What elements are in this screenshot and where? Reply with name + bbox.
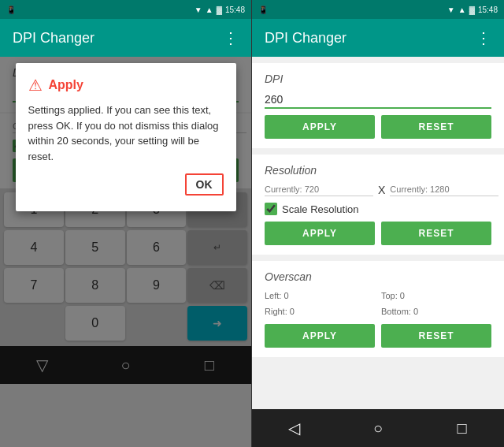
right-time: 15:48 <box>478 6 498 14</box>
right-battery-icon: ▓ <box>469 6 475 14</box>
right-status-right: ▼ ▲ ▓ 15:48 <box>447 6 498 14</box>
right-res-inputs: X <box>265 183 491 196</box>
dialog-warning-icon: ⚠ <box>28 76 43 95</box>
right-dpi-input[interactable] <box>265 91 491 109</box>
right-wifi-icon: ▼ <box>447 6 455 14</box>
right-content: DPI APPLY RESET Resolution X Scale Resol… <box>252 57 504 409</box>
right-app-title: DPI Changer <box>265 30 346 47</box>
right-overscan-label: Overscan <box>265 270 491 283</box>
right-height-input[interactable] <box>390 183 498 196</box>
left-menu-button[interactable]: ⋮ <box>223 28 239 47</box>
right-nav-bar: ◁ ○ □ <box>252 409 504 447</box>
right-status-bar: 📱 ▼ ▲ ▓ 15:48 <box>252 0 504 19</box>
right-width-input[interactable] <box>265 183 373 196</box>
right-x-label: X <box>378 184 385 196</box>
right-res-reset[interactable]: RESET <box>381 222 491 245</box>
right-dpi-label: DPI <box>265 73 491 85</box>
right-resolution-section: Resolution X Scale Resolution APPLY RESE… <box>252 155 504 255</box>
left-status-icons: 📱 <box>6 6 16 14</box>
dialog-footer: OK <box>28 173 224 199</box>
right-dpi-section: DPI APPLY RESET <box>252 63 504 148</box>
right-dpi-apply[interactable]: APPLY <box>265 115 375 139</box>
right-res-btn-row: APPLY RESET <box>265 222 491 245</box>
dialog-message: Settings applied. If you can see this te… <box>28 102 224 164</box>
right-dpi-btn-row: APPLY RESET <box>265 115 491 139</box>
left-signal-icon: ▲ <box>206 6 213 14</box>
right-panel: 📱 ▼ ▲ ▓ 15:48 DPI Changer ⋮ DPI APPLY RE… <box>252 0 504 447</box>
right-signal-icon: ▲ <box>458 6 466 14</box>
left-app-title: DPI Changer <box>13 30 94 47</box>
right-scale-label: Scale Resolution <box>282 203 359 215</box>
right-overscan-section: Overscan Left: 0 Top: 0 Right: 0 Bottom:… <box>252 261 504 357</box>
right-recents-button[interactable]: □ <box>447 419 478 438</box>
overscan-right-label: Right: 0 <box>265 305 375 318</box>
overscan-left-label: Left: 0 <box>265 289 375 302</box>
overscan-grid: Left: 0 Top: 0 Right: 0 Bottom: 0 <box>265 289 491 318</box>
right-overscan-apply[interactable]: APPLY <box>265 324 375 348</box>
left-app-bar: DPI Changer ⋮ <box>0 19 251 57</box>
right-res-apply[interactable]: APPLY <box>265 222 375 245</box>
right-status-icons-left: 📱 <box>258 6 268 14</box>
left-battery-icon: ▓ <box>217 6 222 14</box>
left-time: 15:48 <box>225 6 245 14</box>
dialog-ok-button[interactable]: OK <box>185 173 224 196</box>
right-home-button[interactable]: ○ <box>362 419 394 438</box>
right-back-button[interactable]: ◁ <box>278 419 309 438</box>
dialog-title-row: ⚠ Apply <box>28 76 224 95</box>
right-resolution-label: Resolution <box>265 164 491 177</box>
left-status-bar: 📱 ▼ ▲ ▓ 15:48 <box>0 0 251 19</box>
left-status-right: ▼ ▲ ▓ 15:48 <box>195 6 245 14</box>
left-wifi-icon: ▼ <box>195 6 202 14</box>
right-overscan-btn-row: APPLY RESET <box>265 324 491 348</box>
overscan-top-label: Top: 0 <box>381 289 491 302</box>
dialog-title-text: Apply <box>49 78 83 92</box>
right-scale-checkbox[interactable] <box>265 203 277 215</box>
left-panel: 📱 ▼ ▲ ▓ 15:48 DPI Changer ⋮ DPI ⚠ Apply … <box>0 0 252 447</box>
dialog-overlay: ⚠ Apply Settings applied. If you can see… <box>0 57 251 447</box>
right-dpi-reset[interactable]: RESET <box>381 115 491 139</box>
right-overscan-reset[interactable]: RESET <box>381 324 491 348</box>
apply-dialog: ⚠ Apply Settings applied. If you can see… <box>16 63 236 211</box>
right-menu-button[interactable]: ⋮ <box>476 28 491 47</box>
right-scale-row: Scale Resolution <box>265 203 491 215</box>
overscan-bottom-label: Bottom: 0 <box>381 305 491 318</box>
right-app-bar: DPI Changer ⋮ <box>252 19 504 57</box>
